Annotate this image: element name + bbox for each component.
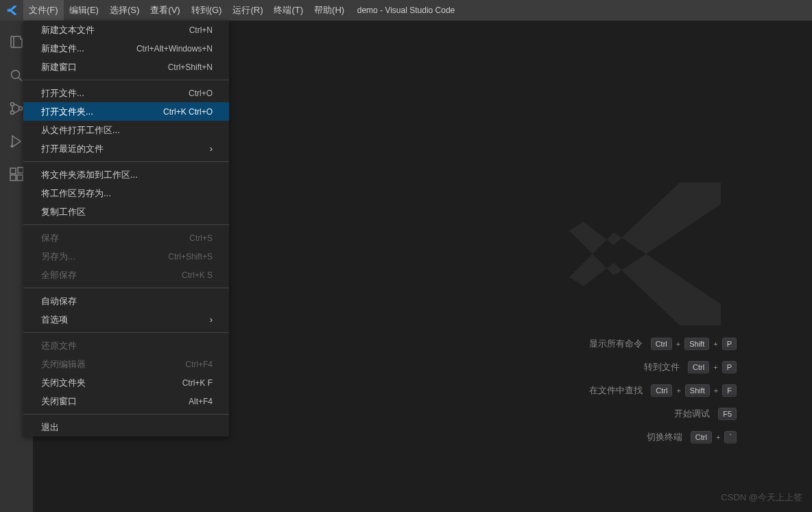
key: ` (724, 431, 737, 443)
menu-new-window[interactable]: 新建窗口 Ctrl+Shift+N (23, 58, 229, 76)
menu-view[interactable]: 查看(V) (145, 0, 185, 21)
menu-file[interactable]: 文件(F) (23, 0, 64, 21)
plus-icon: + (676, 386, 680, 395)
key: F (722, 384, 737, 397)
menu-preferences[interactable]: 首选项 › (23, 310, 229, 329)
menu-close-window[interactable]: 关闭窗口 Alt+F4 (23, 392, 229, 410)
menu-add-folder-to-workspace[interactable]: 将文件夹添加到工作区... (23, 165, 229, 184)
key: Ctrl (651, 338, 672, 350)
menu-label: 从文件打开工作区... (41, 124, 120, 137)
key: Ctrl (651, 384, 672, 397)
chevron-right-icon: › (210, 143, 213, 154)
vscode-icon (0, 5, 23, 16)
menu-help[interactable]: 帮助(H) (309, 0, 350, 21)
menu-label: 关闭编辑器 (41, 358, 86, 371)
menu-shortcut: Ctrl+K S (182, 270, 213, 280)
svg-rect-7 (17, 175, 23, 181)
menu-auto-save[interactable]: 自动保存 (23, 292, 229, 310)
separator (23, 80, 229, 80)
menu-shortcut: Ctrl+S (189, 233, 213, 243)
svg-point-3 (19, 107, 23, 110)
menu-exit[interactable]: 退出 (23, 418, 229, 437)
menu-label: 打开最近的文件 (41, 143, 104, 155)
key: Ctrl (688, 361, 709, 373)
menu-label: 全部保存 (41, 269, 77, 281)
menu-goto[interactable]: 转到(G) (186, 0, 228, 21)
hint-start-debug: 开始调试 F5 (589, 408, 737, 420)
key: Ctrl (691, 431, 712, 443)
key: P (722, 338, 737, 350)
menu-close-folder[interactable]: 关闭文件夹 Ctrl+K F (23, 373, 229, 392)
svg-point-1 (11, 103, 14, 106)
plus-icon: + (716, 433, 720, 441)
menu-shortcut: Ctrl+Alt+Windows+N (136, 44, 213, 54)
menu-bar: 文件(F) 编辑(E) 选择(S) 查看(V) 转到(G) 运行(R) 终端(T… (23, 0, 350, 21)
menu-edit[interactable]: 编辑(E) (64, 0, 104, 21)
menu-shortcut: Ctrl+K F (182, 378, 213, 388)
menu-open-folder[interactable]: 打开文件夹... Ctrl+K Ctrl+O (23, 102, 229, 121)
separator (23, 414, 229, 415)
hint-show-commands: 显示所有命令 Ctrl + Shift + P (589, 338, 737, 350)
key: Shift (685, 384, 710, 397)
menu-shortcut: Ctrl+K Ctrl+O (163, 107, 213, 117)
hint-toggle-terminal: 切换终端 Ctrl + ` (589, 431, 737, 443)
title-bar: 文件(F) 编辑(E) 选择(S) 查看(V) 转到(G) 运行(R) 终端(T… (0, 0, 812, 21)
menu-label: 新建窗口 (41, 61, 77, 73)
menu-close-editor[interactable]: 关闭编辑器 Ctrl+F4 (23, 355, 229, 373)
menu-label: 打开文件夹... (41, 106, 93, 118)
menu-save-all[interactable]: 全部保存 Ctrl+K S (23, 266, 229, 284)
menu-revert-file[interactable]: 还原文件 (23, 336, 229, 355)
svg-rect-5 (10, 168, 16, 174)
plus-icon: + (676, 340, 680, 348)
file-menu-dropdown: 新建文本文件 Ctrl+N 新建文件... Ctrl+Alt+Windows+N… (23, 21, 229, 437)
menu-select[interactable]: 选择(S) (104, 0, 145, 21)
key: F5 (718, 408, 737, 420)
separator (23, 288, 229, 288)
plus-icon: + (713, 340, 717, 348)
menu-save[interactable]: 保存 Ctrl+S (23, 229, 229, 247)
menu-duplicate-workspace[interactable]: 复制工作区 (23, 202, 229, 221)
hint-label: 在文件中查找 (589, 384, 643, 397)
menu-shortcut: Ctrl+O (189, 89, 213, 98)
menu-shortcut: Ctrl+F4 (185, 360, 213, 369)
menu-open-recent[interactable]: 打开最近的文件 › (23, 139, 229, 158)
plus-icon: + (713, 363, 717, 371)
menu-save-workspace-as[interactable]: 将工作区另存为... (23, 184, 229, 202)
menu-label: 退出 (41, 421, 59, 434)
menu-label: 关闭文件夹 (41, 377, 86, 389)
menu-label: 新建文件... (41, 43, 84, 55)
menu-shortcut: Ctrl+N (189, 25, 213, 35)
menu-label: 首选项 (41, 314, 68, 326)
menu-label: 将文件夹添加到工作区... (41, 169, 138, 181)
separator (23, 332, 229, 333)
menu-new-file[interactable]: 新建文件... Ctrl+Alt+Windows+N (23, 39, 229, 58)
hint-goto-file: 转到文件 Ctrl + P (589, 361, 737, 373)
menu-save-as[interactable]: 另存为... Ctrl+Shift+S (23, 247, 229, 266)
hint-label: 显示所有命令 (589, 338, 643, 350)
welcome-hints: 显示所有命令 Ctrl + Shift + P 转到文件 Ctrl + P 在文 (589, 338, 737, 443)
svg-rect-6 (10, 175, 16, 181)
menu-open-file[interactable]: 打开文件... Ctrl+O (23, 84, 229, 102)
menu-shortcut: Alt+F4 (189, 397, 213, 406)
menu-label: 复制工作区 (41, 206, 86, 218)
menu-new-text-file[interactable]: 新建文本文件 Ctrl+N (23, 21, 229, 39)
vscode-watermark-icon (551, 165, 730, 345)
menu-label: 将工作区另存为... (41, 187, 111, 200)
svg-rect-8 (18, 167, 23, 173)
menu-shortcut: Ctrl+Shift+S (168, 252, 213, 261)
separator (23, 224, 229, 225)
menu-open-workspace[interactable]: 从文件打开工作区... (23, 121, 229, 139)
hint-label: 切换终端 (647, 431, 682, 443)
menu-terminal[interactable]: 终端(T) (268, 0, 309, 21)
menu-label: 打开文件... (41, 87, 84, 100)
menu-label: 新建文本文件 (41, 24, 95, 36)
separator (23, 161, 229, 162)
window-title: demo - Visual Studio Code (357, 5, 455, 15)
svg-point-0 (12, 71, 20, 79)
menu-label: 另存为... (41, 251, 75, 263)
menu-label: 保存 (41, 232, 59, 244)
key: Shift (684, 338, 709, 350)
menu-run[interactable]: 运行(R) (227, 0, 268, 21)
svg-point-2 (11, 111, 14, 115)
menu-shortcut: Ctrl+Shift+N (168, 62, 213, 72)
